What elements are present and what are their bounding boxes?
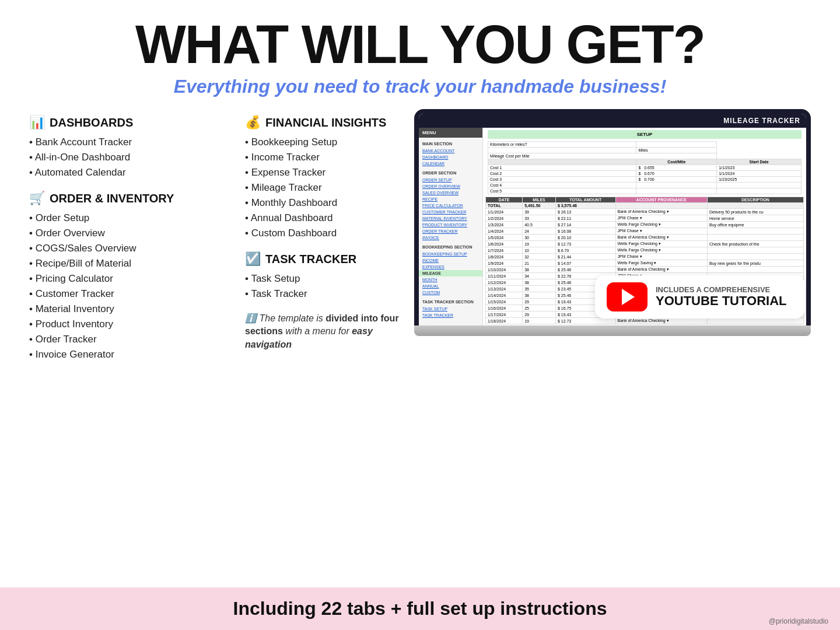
menu-task-tracker[interactable]: TASK TRACKER bbox=[419, 312, 482, 318]
sheet-menu: MENU MAIN SECTION BANK ACCOUNT DASHBOARD… bbox=[419, 128, 483, 326]
miles-header: MILES bbox=[523, 197, 556, 203]
financial-label: FINANCIAL INSIGHTS bbox=[265, 116, 386, 130]
cost5-label: Cost 5 bbox=[488, 188, 636, 194]
financial-list: Bookkeeping Setup Income Tracker Expense… bbox=[245, 135, 414, 241]
menu-customer-tracker[interactable]: CUSTOMER TRACKER bbox=[419, 209, 482, 215]
menu-order-overview[interactable]: ORDER OVERVIEW bbox=[419, 183, 482, 190]
start-date-header: Start Date bbox=[717, 159, 802, 165]
amount-header: TOTAL AMOUNT bbox=[555, 197, 615, 203]
mileage-title: MILEAGE TRACKER bbox=[723, 117, 800, 125]
menu-income[interactable]: INCOME bbox=[419, 257, 482, 264]
list-item: All-in-One Dashboard bbox=[29, 150, 228, 165]
cost2-date: 1/1/2024 bbox=[717, 171, 802, 177]
miles-value bbox=[636, 142, 717, 148]
list-item: Material Inventory bbox=[29, 302, 228, 317]
menu-expenses[interactable]: EXPENSES bbox=[419, 264, 482, 270]
menu-product-inventory[interactable]: PRODUCT INVENTORY bbox=[419, 222, 482, 228]
cost2-label: Cost 2 bbox=[488, 171, 636, 177]
list-item: Order Tracker bbox=[29, 332, 228, 347]
menu-task-setup[interactable]: TASK SETUP bbox=[419, 306, 482, 312]
main-content: 📊 DASHBOARDS Bank Account Tracker All-in… bbox=[0, 103, 840, 587]
list-item: Pricing Calculator bbox=[29, 271, 228, 286]
youtube-text: INCLUDES A COMPREHENSIVE YOUTUBE TUTORIA… bbox=[656, 285, 786, 308]
date-header: DATE bbox=[486, 197, 523, 203]
order-inventory-header: 🛒 ORDER & INVENTORY bbox=[29, 191, 228, 206]
menu-price-calculator[interactable]: PRICE CALCULATOR bbox=[419, 202, 482, 209]
dashboards-list: Bank Account Tracker All-in-One Dashboar… bbox=[29, 135, 228, 180]
main-title: WHAT WILL YOU GET? bbox=[35, 18, 805, 71]
menu-annual[interactable]: ANNUAL bbox=[419, 283, 482, 289]
left-column: 📊 DASHBOARDS Bank Account Tracker All-in… bbox=[29, 115, 228, 582]
miles-label bbox=[488, 148, 636, 153]
table-row: 1/4/202424$ 16.08JPM Chase ▾ bbox=[486, 228, 804, 235]
middle-column: 💰 FINANCIAL INSIGHTS Bookkeeping Setup I… bbox=[228, 115, 414, 582]
order-section-label: ORDER SECTION bbox=[419, 169, 482, 177]
laptop-mockup: MILEAGE TRACKER MENU MAIN SECTION BANK A… bbox=[414, 109, 811, 336]
mileage-cost-label: Mileage Cost per Mile bbox=[488, 153, 717, 159]
footer-credit: @prioridigitalstudio bbox=[769, 617, 828, 625]
list-item: Invoice Generator bbox=[29, 347, 228, 362]
youtube-badge: INCLUDES A COMPREHENSIVE YOUTUBE TUTORIA… bbox=[595, 275, 805, 318]
list-item: Annual Dashboard bbox=[245, 211, 414, 226]
financial-header: 💰 FINANCIAL INSIGHTS bbox=[245, 115, 414, 130]
menu-sales-overview[interactable]: SALES OVERVIEW bbox=[419, 190, 482, 196]
cost3-value: $ 0.700 bbox=[636, 177, 717, 183]
menu-order-setup[interactable]: ORDER SETUP bbox=[419, 177, 482, 183]
list-item: Expense Tracker bbox=[245, 165, 414, 180]
list-item: Order Setup bbox=[29, 211, 228, 226]
menu-bank-account[interactable]: BANK ACCOUNT bbox=[419, 148, 482, 154]
list-item: Product Inventory bbox=[29, 317, 228, 332]
dashboards-label: DASHBOARDS bbox=[50, 116, 133, 130]
menu-custom[interactable]: CUSTOM bbox=[419, 289, 482, 296]
km-miles-label: Kilometers or miles? bbox=[488, 142, 636, 148]
menu-mileage[interactable]: MILEAGE bbox=[419, 270, 482, 276]
menu-bookkeeping-setup[interactable]: BOOKKEEPING SETUP bbox=[419, 251, 482, 257]
info-icon: ℹ️ bbox=[245, 313, 257, 323]
cost4-label: Cost 4 bbox=[488, 183, 636, 188]
list-item: Monthly Dashboard bbox=[245, 195, 414, 211]
list-item: Task Tracker bbox=[245, 286, 414, 302]
youtube-logo bbox=[607, 282, 648, 312]
task-label: TASK TRACKER bbox=[265, 253, 356, 266]
cost4-value bbox=[636, 183, 717, 188]
menu-order-tracker[interactable]: ORDER TRACKER bbox=[419, 228, 482, 235]
cost2-value: $ 0.670 bbox=[636, 171, 717, 177]
total-label: TOTAL bbox=[486, 203, 523, 209]
list-item: COGS/Sales Overview bbox=[29, 241, 228, 256]
menu-invoice[interactable]: INVOICE bbox=[419, 235, 482, 241]
list-item: Task Setup bbox=[245, 271, 414, 286]
table-row: 1/8/202432$ 21.44JPM Chase ▾ bbox=[486, 254, 804, 260]
table-row: 1/7/202410$ 6.70Wells Fargo Checking ▾ bbox=[486, 247, 804, 254]
setup-section: SETUP bbox=[488, 130, 802, 139]
list-item: Automated Calendar bbox=[29, 165, 228, 180]
menu-title: MENU bbox=[419, 128, 482, 138]
right-column: MILEAGE TRACKER MENU MAIN SECTION BANK A… bbox=[414, 115, 811, 582]
desc-header: DESCRIPTION bbox=[707, 197, 803, 203]
list-item: Customer Tracker bbox=[29, 286, 228, 302]
total-miles: 5,491.50 bbox=[523, 203, 556, 209]
task-list: Task Setup Task Tracker bbox=[245, 271, 414, 302]
footer-text: Including 22 tabs + full set up instruct… bbox=[233, 598, 607, 619]
order-label: ORDER & INVENTORY bbox=[50, 192, 174, 205]
task-header: ☑️ TASK TRACKER bbox=[245, 251, 414, 267]
menu-dashboard[interactable]: DASHBOARD bbox=[419, 154, 482, 160]
menu-calendar[interactable]: CALENDAR bbox=[419, 160, 482, 167]
cost3-date: 1/23/2025 bbox=[717, 177, 802, 183]
cost3-label: Cost 3 bbox=[488, 177, 636, 183]
menu-material-inventory[interactable]: MATERIAL INVENTORY bbox=[419, 215, 482, 222]
youtube-tutorial-label: YOUTUBE TUTORIAL bbox=[656, 294, 786, 308]
menu-month[interactable]: MONTH bbox=[419, 276, 482, 283]
setup-grid: Kilometers or miles? Miles bbox=[488, 141, 802, 194]
subtitle: Everything you need to track your handma… bbox=[35, 76, 805, 97]
info-box: ℹ️ The template is divided into four sec… bbox=[245, 312, 414, 351]
laptop-base bbox=[414, 326, 811, 336]
table-row: 1/6/202419$ 12.73Wells Fargo Checking ▾C… bbox=[486, 241, 804, 247]
mileage-title-bar: MILEAGE TRACKER bbox=[419, 114, 806, 128]
cost1-value: $ 0.655 bbox=[636, 165, 717, 171]
dashboards-header: 📊 DASHBOARDS bbox=[29, 115, 228, 130]
miles-val: Miles bbox=[636, 148, 717, 153]
setup-label: SETUP bbox=[637, 132, 653, 137]
menu-recipe[interactable]: RECIPE bbox=[419, 196, 482, 202]
task-icon: ☑️ bbox=[245, 251, 261, 267]
list-item: Custom Dashboard bbox=[245, 226, 414, 241]
